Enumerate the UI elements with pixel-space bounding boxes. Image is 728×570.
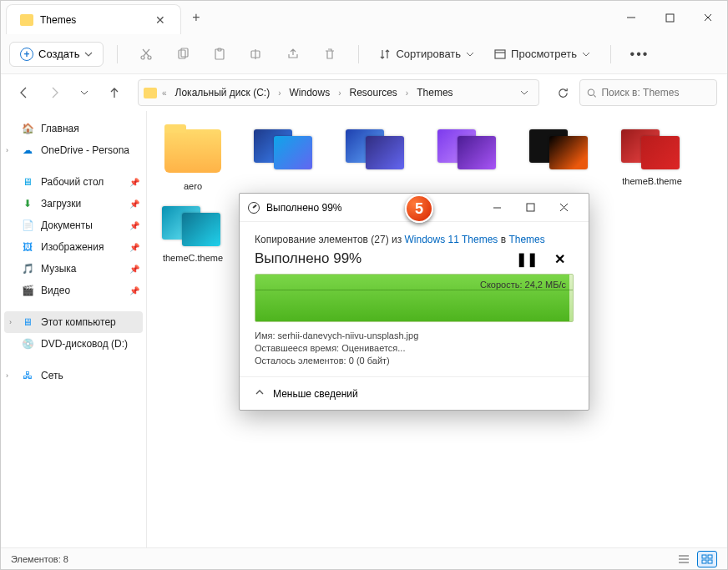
toolbar-separator	[610, 45, 611, 63]
theme-icon	[160, 201, 225, 250]
cut-icon[interactable]	[131, 41, 161, 68]
minimize-button[interactable]	[612, 1, 650, 34]
clock-icon	[248, 202, 260, 214]
sort-label: Сортировать	[396, 48, 461, 60]
new-tab-button[interactable]: +	[181, 1, 211, 34]
sidebar-desktop[interactable]: 🖥Рабочий стол📌	[1, 171, 146, 193]
svg-rect-26	[527, 204, 534, 211]
tab-themes[interactable]: Themes ✕	[6, 4, 181, 34]
dialog-title: Выполнено 99%	[266, 202, 480, 214]
detail-name: serhii-danevych-niivu-unsplash.jpg	[278, 330, 419, 340]
sidebar-network[interactable]: ›🖧Сеть	[1, 365, 146, 386]
refresh-button[interactable]	[549, 79, 576, 106]
less-details-button[interactable]: Меньше сведений	[240, 376, 589, 410]
tab-close-icon[interactable]: ✕	[154, 13, 167, 27]
pause-button[interactable]: ❚❚	[508, 251, 546, 267]
source-link[interactable]: Windows 11 Themes	[405, 234, 498, 245]
sidebar-videos[interactable]: 🎬Видео📌	[1, 280, 146, 301]
navbar: « Локальный диск (C:) › Windows › Resour…	[1, 74, 727, 111]
document-icon: 📄	[21, 219, 34, 232]
pin-icon: 📌	[129, 199, 139, 209]
chevron-down-icon	[582, 50, 590, 58]
search-input[interactable]	[601, 87, 710, 98]
file-theme[interactable]	[245, 124, 324, 191]
file-theme[interactable]	[429, 124, 508, 191]
dialog-minimize-button[interactable]	[480, 196, 513, 219]
step-badge: 5	[405, 194, 433, 223]
dialog-maximize-button[interactable]	[513, 196, 547, 219]
cloud-icon: ☁	[21, 144, 34, 157]
forward-button[interactable]	[41, 79, 68, 106]
theme-icon	[344, 124, 409, 173]
create-button[interactable]: + Создать	[9, 42, 104, 67]
desktop-icon: 🖥	[21, 175, 34, 189]
svg-rect-24	[708, 560, 712, 563]
speed-line	[255, 290, 573, 290]
file-label: themeB.theme	[622, 176, 682, 186]
share-icon[interactable]	[278, 41, 308, 68]
search-icon	[587, 88, 596, 98]
view-label: Просмотреть	[511, 48, 577, 60]
recent-button[interactable]	[71, 79, 98, 106]
sort-button[interactable]: Сортировать	[372, 41, 481, 68]
breadcrumb-item[interactable]: Локальный диск (C:)	[172, 85, 274, 100]
breadcrumb-item[interactable]: Windows	[286, 85, 333, 100]
file-theme[interactable]	[337, 124, 416, 191]
file-theme[interactable]	[521, 124, 599, 191]
titlebar: Themes ✕ +	[1, 1, 727, 34]
sidebar-onedrive[interactable]: ›☁OneDrive - Persona	[1, 139, 146, 161]
sidebar-thispc[interactable]: ›🖥Этот компьютер	[4, 311, 143, 333]
svg-rect-21	[702, 555, 706, 558]
delete-icon[interactable]	[315, 41, 345, 68]
copy-icon[interactable]	[168, 41, 198, 68]
thumbnails-view-button[interactable]	[697, 551, 717, 567]
breadcrumb[interactable]: « Локальный диск (C:) › Windows › Resour…	[138, 79, 539, 106]
pictures-icon: 🖼	[21, 240, 34, 254]
theme-icon	[436, 124, 501, 173]
details-view-button[interactable]	[674, 551, 694, 567]
dialog-close-button[interactable]	[547, 196, 580, 219]
sidebar-home[interactable]: 🏠Главная	[1, 118, 146, 139]
copy-details: Имя: serhii-danevych-niivu-unsplash.jpg …	[255, 330, 574, 366]
svg-line-7	[143, 49, 149, 56]
search-box[interactable]	[579, 79, 717, 106]
breadcrumb-item[interactable]: Resources	[346, 85, 401, 100]
progress-heading: Выполнено 99%	[255, 250, 508, 267]
toolbar-separator	[358, 45, 359, 63]
close-button[interactable]	[689, 1, 727, 34]
pin-icon: 📌	[129, 286, 139, 295]
sidebar-music[interactable]: 🎵Музыка📌	[1, 258, 146, 280]
dest-link[interactable]: Themes	[508, 234, 544, 245]
sidebar-downloads[interactable]: ⬇Загрузки📌	[1, 193, 146, 214]
more-button[interactable]: •••	[624, 41, 655, 68]
svg-line-6	[144, 49, 149, 56]
cancel-button[interactable]: ✕	[546, 251, 574, 267]
create-label: Создать	[38, 48, 79, 60]
detail-remaining: 0 (0 байт)	[349, 356, 390, 366]
chevron-icon: «	[162, 88, 167, 98]
theme-icon	[528, 124, 593, 173]
paste-icon[interactable]	[205, 41, 235, 68]
breadcrumb-item[interactable]: Themes	[413, 85, 456, 100]
file-label: aero	[184, 181, 202, 191]
file-themeC[interactable]: themeC.theme	[154, 201, 232, 263]
file-aero[interactable]: aero	[154, 124, 232, 191]
file-themeB[interactable]: themeB.theme	[613, 124, 691, 191]
sidebar-documents[interactable]: 📄Документы📌	[1, 214, 146, 236]
chevron-icon: ›	[9, 318, 12, 326]
sidebar-pictures[interactable]: 🖼Изображения📌	[1, 236, 146, 258]
file-label: themeC.theme	[163, 253, 223, 263]
up-button[interactable]	[101, 79, 128, 106]
rename-icon[interactable]	[241, 41, 271, 68]
chevron-icon: ›	[6, 371, 8, 380]
titlebar-drag[interactable]	[211, 1, 612, 34]
maximize-button[interactable]	[650, 1, 689, 34]
view-button[interactable]: Просмотреть	[488, 41, 597, 68]
copy-dialog: Выполнено 99% Копирование элементов (27)…	[239, 193, 589, 411]
breadcrumb-dropdown[interactable]	[515, 85, 533, 100]
sidebar-dvd[interactable]: 💿DVD-дисковод (D:)	[1, 333, 146, 355]
network-icon: 🖧	[21, 369, 34, 382]
back-button[interactable]	[11, 79, 38, 106]
toolbar: + Создать Сортировать Просмотреть •••	[1, 34, 727, 74]
svg-rect-22	[708, 555, 712, 558]
